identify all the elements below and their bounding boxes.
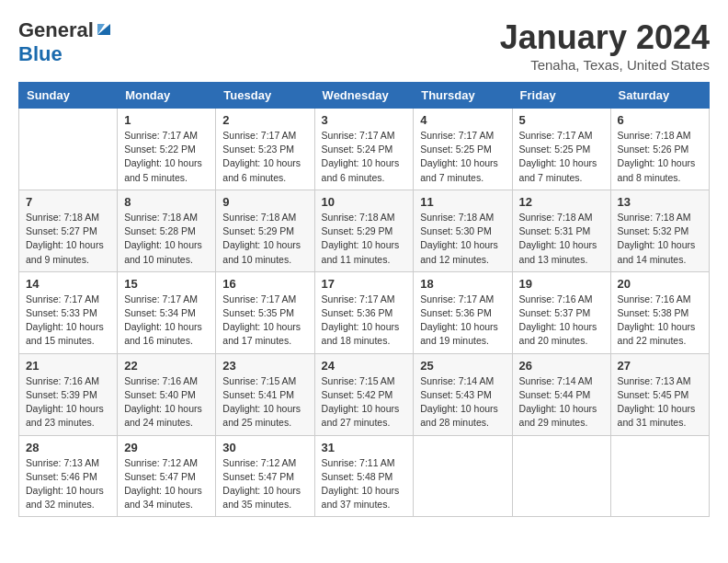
calendar-day-cell: 4Sunrise: 7:17 AM Sunset: 5:25 PM Daylig… bbox=[414, 109, 512, 190]
day-info: Sunrise: 7:17 AM Sunset: 5:22 PM Dayligh… bbox=[124, 129, 209, 185]
day-info: Sunrise: 7:17 AM Sunset: 5:36 PM Dayligh… bbox=[420, 293, 505, 349]
calendar-day-cell: 19Sunrise: 7:16 AM Sunset: 5:37 PM Dayli… bbox=[512, 271, 610, 353]
day-number: 15 bbox=[124, 277, 209, 291]
calendar-day-cell: 5Sunrise: 7:17 AM Sunset: 5:25 PM Daylig… bbox=[512, 109, 610, 190]
calendar-day-cell: 1Sunrise: 7:17 AM Sunset: 5:22 PM Daylig… bbox=[118, 109, 216, 190]
day-number: 2 bbox=[222, 113, 307, 127]
day-number: 4 bbox=[420, 113, 505, 127]
day-number: 27 bbox=[618, 359, 702, 373]
day-info: Sunrise: 7:18 AM Sunset: 5:26 PM Dayligh… bbox=[618, 129, 702, 185]
calendar-day-cell: 10Sunrise: 7:18 AM Sunset: 5:29 PM Dayli… bbox=[314, 190, 414, 271]
calendar-day-cell: 23Sunrise: 7:15 AM Sunset: 5:41 PM Dayli… bbox=[216, 353, 314, 435]
weekday-header-cell: Friday bbox=[512, 83, 610, 109]
page-header: General Blue January 2024 Tenaha, Texas,… bbox=[18, 18, 710, 73]
day-number: 20 bbox=[618, 277, 702, 291]
calendar-day-cell: 7Sunrise: 7:18 AM Sunset: 5:27 PM Daylig… bbox=[19, 190, 118, 271]
calendar-day-cell: 3Sunrise: 7:17 AM Sunset: 5:24 PM Daylig… bbox=[314, 109, 414, 190]
calendar-table: SundayMondayTuesdayWednesdayThursdayFrid… bbox=[18, 82, 710, 517]
day-info: Sunrise: 7:12 AM Sunset: 5:47 PM Dayligh… bbox=[124, 456, 209, 512]
calendar-day-cell: 29Sunrise: 7:12 AM Sunset: 5:47 PM Dayli… bbox=[118, 435, 216, 517]
day-info: Sunrise: 7:16 AM Sunset: 5:39 PM Dayligh… bbox=[26, 374, 110, 431]
calendar-day-cell: 27Sunrise: 7:13 AM Sunset: 5:45 PM Dayli… bbox=[610, 353, 709, 435]
day-number: 6 bbox=[618, 113, 702, 127]
day-number: 12 bbox=[519, 195, 604, 209]
weekday-header-cell: Thursday bbox=[414, 83, 512, 109]
day-info: Sunrise: 7:15 AM Sunset: 5:42 PM Dayligh… bbox=[322, 374, 407, 431]
day-number: 9 bbox=[222, 195, 307, 209]
location-title: Tenaha, Texas, United States bbox=[500, 57, 710, 73]
day-info: Sunrise: 7:17 AM Sunset: 5:24 PM Dayligh… bbox=[322, 129, 407, 185]
weekday-header-cell: Sunday bbox=[19, 83, 118, 109]
calendar-day-cell: 25Sunrise: 7:14 AM Sunset: 5:43 PM Dayli… bbox=[414, 353, 512, 435]
day-info: Sunrise: 7:17 AM Sunset: 5:23 PM Dayligh… bbox=[222, 129, 307, 185]
calendar-day-cell: 11Sunrise: 7:18 AM Sunset: 5:30 PM Dayli… bbox=[414, 190, 512, 271]
calendar-day-cell: 24Sunrise: 7:15 AM Sunset: 5:42 PM Dayli… bbox=[314, 353, 414, 435]
calendar-day-cell bbox=[19, 109, 118, 190]
day-info: Sunrise: 7:12 AM Sunset: 5:47 PM Dayligh… bbox=[222, 456, 307, 512]
calendar-day-cell: 18Sunrise: 7:17 AM Sunset: 5:36 PM Dayli… bbox=[414, 271, 512, 353]
calendar-day-cell: 26Sunrise: 7:14 AM Sunset: 5:44 PM Dayli… bbox=[512, 353, 610, 435]
month-title: January 2024 bbox=[500, 18, 710, 57]
day-number: 26 bbox=[519, 359, 604, 373]
weekday-header-row: SundayMondayTuesdayWednesdayThursdayFrid… bbox=[19, 83, 710, 109]
day-info: Sunrise: 7:17 AM Sunset: 5:25 PM Dayligh… bbox=[519, 129, 604, 185]
calendar-day-cell: 20Sunrise: 7:16 AM Sunset: 5:38 PM Dayli… bbox=[610, 271, 709, 353]
logo: General Blue bbox=[18, 18, 112, 66]
weekday-header-cell: Monday bbox=[118, 83, 216, 109]
day-number: 30 bbox=[222, 441, 307, 454]
calendar-day-cell: 9Sunrise: 7:18 AM Sunset: 5:29 PM Daylig… bbox=[216, 190, 314, 271]
weekday-header-cell: Wednesday bbox=[314, 83, 414, 109]
title-area: January 2024 Tenaha, Texas, United State… bbox=[500, 18, 710, 73]
day-info: Sunrise: 7:18 AM Sunset: 5:29 PM Dayligh… bbox=[322, 211, 407, 267]
day-number: 19 bbox=[519, 277, 604, 291]
day-info: Sunrise: 7:14 AM Sunset: 5:43 PM Dayligh… bbox=[420, 374, 505, 431]
day-info: Sunrise: 7:18 AM Sunset: 5:27 PM Dayligh… bbox=[26, 211, 110, 267]
calendar-week-row: 28Sunrise: 7:13 AM Sunset: 5:46 PM Dayli… bbox=[19, 435, 710, 517]
calendar-day-cell: 6Sunrise: 7:18 AM Sunset: 5:26 PM Daylig… bbox=[610, 109, 709, 190]
day-info: Sunrise: 7:14 AM Sunset: 5:44 PM Dayligh… bbox=[519, 374, 604, 431]
weekday-header-cell: Tuesday bbox=[216, 83, 314, 109]
logo-blue-text: Blue bbox=[18, 42, 63, 66]
day-info: Sunrise: 7:16 AM Sunset: 5:38 PM Dayligh… bbox=[618, 293, 702, 349]
day-info: Sunrise: 7:17 AM Sunset: 5:36 PM Dayligh… bbox=[322, 293, 407, 349]
calendar-day-cell: 21Sunrise: 7:16 AM Sunset: 5:39 PM Dayli… bbox=[19, 353, 118, 435]
day-number: 16 bbox=[222, 277, 307, 291]
calendar-week-row: 14Sunrise: 7:17 AM Sunset: 5:33 PM Dayli… bbox=[19, 271, 710, 353]
day-info: Sunrise: 7:17 AM Sunset: 5:34 PM Dayligh… bbox=[124, 293, 209, 349]
calendar-day-cell: 14Sunrise: 7:17 AM Sunset: 5:33 PM Dayli… bbox=[19, 271, 118, 353]
calendar-day-cell: 17Sunrise: 7:17 AM Sunset: 5:36 PM Dayli… bbox=[314, 271, 414, 353]
calendar-day-cell bbox=[610, 435, 709, 517]
day-number: 8 bbox=[124, 195, 209, 209]
calendar-day-cell: 12Sunrise: 7:18 AM Sunset: 5:31 PM Dayli… bbox=[512, 190, 610, 271]
calendar-day-cell bbox=[512, 435, 610, 517]
day-info: Sunrise: 7:11 AM Sunset: 5:48 PM Dayligh… bbox=[322, 456, 407, 512]
day-info: Sunrise: 7:17 AM Sunset: 5:25 PM Dayligh… bbox=[420, 129, 505, 185]
day-info: Sunrise: 7:17 AM Sunset: 5:35 PM Dayligh… bbox=[222, 293, 307, 349]
day-number: 23 bbox=[222, 359, 307, 373]
day-number: 25 bbox=[420, 359, 505, 373]
day-number: 14 bbox=[26, 277, 110, 291]
logo-general-text: General bbox=[18, 18, 94, 42]
calendar-day-cell bbox=[414, 435, 512, 517]
calendar-day-cell: 31Sunrise: 7:11 AM Sunset: 5:48 PM Dayli… bbox=[314, 435, 414, 517]
weekday-header-cell: Saturday bbox=[610, 83, 709, 109]
day-info: Sunrise: 7:17 AM Sunset: 5:33 PM Dayligh… bbox=[26, 293, 110, 349]
day-number: 17 bbox=[322, 277, 407, 291]
day-info: Sunrise: 7:18 AM Sunset: 5:29 PM Dayligh… bbox=[222, 211, 307, 267]
day-info: Sunrise: 7:18 AM Sunset: 5:28 PM Dayligh… bbox=[124, 211, 209, 267]
day-info: Sunrise: 7:18 AM Sunset: 5:32 PM Dayligh… bbox=[618, 211, 702, 267]
day-number: 29 bbox=[124, 441, 209, 454]
logo-icon bbox=[96, 20, 112, 37]
day-number: 1 bbox=[124, 113, 209, 127]
day-number: 11 bbox=[420, 195, 505, 209]
calendar-body: 1Sunrise: 7:17 AM Sunset: 5:22 PM Daylig… bbox=[19, 109, 710, 517]
day-number: 31 bbox=[322, 441, 407, 454]
day-info: Sunrise: 7:18 AM Sunset: 5:31 PM Dayligh… bbox=[519, 211, 604, 267]
day-number: 28 bbox=[26, 441, 110, 454]
day-number: 5 bbox=[519, 113, 604, 127]
day-number: 13 bbox=[618, 195, 702, 209]
day-number: 21 bbox=[26, 359, 110, 373]
calendar-day-cell: 28Sunrise: 7:13 AM Sunset: 5:46 PM Dayli… bbox=[19, 435, 118, 517]
day-number: 10 bbox=[322, 195, 407, 209]
calendar-week-row: 21Sunrise: 7:16 AM Sunset: 5:39 PM Dayli… bbox=[19, 353, 710, 435]
